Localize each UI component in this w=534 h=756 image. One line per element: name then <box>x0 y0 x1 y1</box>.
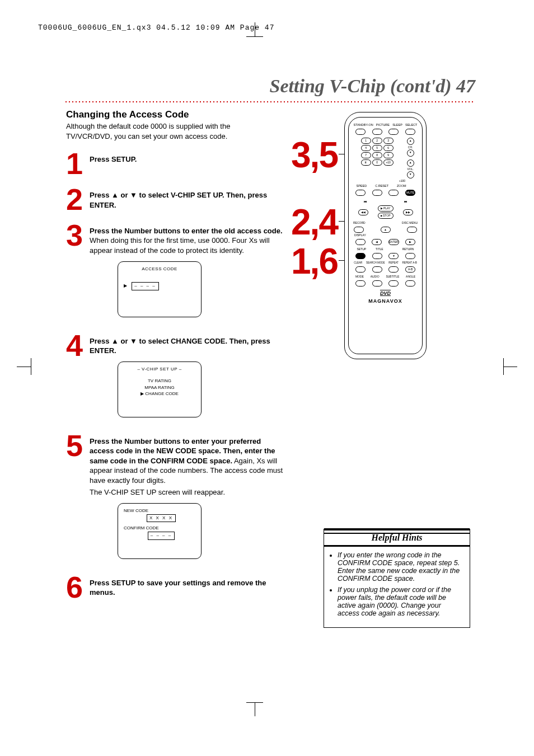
remote-label: CLEAR <box>354 261 362 264</box>
remote-label: DISPLAY <box>349 233 422 237</box>
num-4[interactable]: 4 <box>361 145 371 151</box>
remote-label: RETURN <box>402 247 414 251</box>
remote-control: STANDBY-ON PICTURE SLEEP SELECT 123 456 … <box>344 112 427 359</box>
nav-down[interactable]: ▼ <box>388 253 399 259</box>
sleep-button[interactable] <box>388 129 399 135</box>
remote-label: AUDIO <box>371 275 380 278</box>
picture-button[interactable] <box>372 129 382 135</box>
step-text-extra: The V-CHIP SET UP screen will reappear. <box>90 487 285 497</box>
remote-label: SLEEP <box>392 123 402 126</box>
step-text: Press ▲ or ▼ to select CHANGE CODE. Then… <box>90 337 270 355</box>
osd-access-code: ACCESS CODE ▶ – – – – <box>118 261 202 317</box>
remote-label: REPEAT A-B <box>402 261 417 264</box>
skip-fwd-icon: ⏭ <box>404 200 407 203</box>
remote-label: TITLE <box>376 247 383 251</box>
mute-button[interactable]: MUTE <box>405 190 415 196</box>
remote-label: SUBTITLE <box>386 275 399 278</box>
step-text-bold: Press the Number buttons to enter the ol… <box>90 227 283 235</box>
crop-mark-top <box>246 22 263 50</box>
osd-input: – – – – <box>132 282 158 290</box>
num-0[interactable]: 0 <box>372 159 382 166</box>
page-title: Setting V-Chip (cont'd) 47 <box>270 76 475 97</box>
plus100-button[interactable]: ⏸ <box>361 159 371 166</box>
rewind-button[interactable]: ◀◀ <box>358 209 368 215</box>
step-text-rest: When doing this for the first time, use … <box>90 236 270 255</box>
num-7[interactable]: 7 <box>361 152 371 158</box>
osd-input: – – – – <box>148 532 175 540</box>
repeat-ab-button[interactable]: A-B <box>405 266 415 273</box>
zoom-button[interactable] <box>388 190 399 196</box>
mode-button[interactable] <box>355 280 366 287</box>
dvd-logo: DVD <box>349 290 422 296</box>
step-number: 4 <box>66 333 90 359</box>
remote-label: ANGLE <box>406 275 415 278</box>
remote-label: STANDBY-ON <box>354 123 373 126</box>
clear-button[interactable] <box>355 266 366 273</box>
step-text: Press SETUP to save your settings and re… <box>90 579 266 597</box>
remote-label: RECORD <box>353 221 366 224</box>
standby-button[interactable] <box>355 129 366 135</box>
nav-left[interactable]: ◀ <box>372 239 382 245</box>
osd-line: TV RATING <box>124 378 195 384</box>
stop-button[interactable]: ■ STOP <box>378 213 394 219</box>
remote-label: PICTURE <box>376 123 390 126</box>
num-5[interactable]: 5 <box>372 145 382 151</box>
plus10-button[interactable]: +10 <box>383 159 394 166</box>
vol-down[interactable]: ▼ <box>407 171 414 179</box>
num-9[interactable]: 9 <box>383 152 394 158</box>
osd-label: CONFIRM CODE <box>124 525 195 532</box>
hints-title: Helpful Hints <box>324 530 470 546</box>
remote-label: MODE <box>355 275 364 278</box>
step-number: 1 <box>66 151 90 177</box>
num-1[interactable]: 1 <box>361 138 371 144</box>
step-number: 3 <box>66 223 90 248</box>
osd-new-code: NEW CODE X X X X CONFIRM CODE – – – – <box>118 503 202 559</box>
ch-down[interactable]: ▼ <box>407 149 414 157</box>
remote-label: ZOOM <box>397 184 406 187</box>
ffwd-button[interactable]: ▶▶ <box>403 209 413 215</box>
disc-menu-button[interactable] <box>407 227 417 233</box>
subtitle-button[interactable] <box>388 280 399 287</box>
repeat-button[interactable] <box>388 266 399 273</box>
select-button[interactable] <box>405 129 415 135</box>
remote-label: +100 <box>349 179 422 182</box>
callout-3-5: 3,5 <box>291 134 338 176</box>
vol-up[interactable]: ▲ <box>407 159 414 167</box>
remote-label: C.RESET <box>375 184 388 187</box>
crop-mark-left <box>17 358 45 375</box>
osd-title: – V-CHIP SET UP – <box>124 367 195 373</box>
play-button[interactable]: ▶ PLAY <box>378 205 394 212</box>
num-8[interactable]: 8 <box>372 152 382 158</box>
step-number: 5 <box>66 433 90 459</box>
ch-up[interactable]: ▲ <box>407 138 414 145</box>
num-6[interactable]: 6 <box>383 145 394 151</box>
angle-button[interactable] <box>405 280 415 287</box>
creset-button[interactable] <box>372 190 382 196</box>
remote-label: SPEED <box>357 184 367 187</box>
search-mode-button[interactable] <box>372 266 382 273</box>
audio-button[interactable] <box>372 280 382 287</box>
nav-right[interactable]: ▶ <box>405 239 415 245</box>
step-text: Press ▲ or ▼ to select V-CHIP SET UP. Th… <box>90 191 267 209</box>
enter-button[interactable]: ENTER <box>388 239 399 245</box>
osd-input: X X X X <box>147 514 176 523</box>
return-button[interactable] <box>405 253 415 259</box>
intro-text: Although the default code 0000 is suppli… <box>66 121 256 141</box>
nav-up[interactable]: ▲ <box>381 227 391 233</box>
remote-label: SELECT <box>405 123 417 126</box>
osd-line: ▶ CHANGE CODE <box>124 391 195 397</box>
skip-back-icon: ⏮ <box>364 200 367 203</box>
title-button[interactable] <box>372 253 382 259</box>
brand-logo: MAGNAVOX <box>349 298 422 304</box>
hint-item: If you enter the wrong code in the CONFI… <box>338 551 464 583</box>
osd-title: ACCESS CODE <box>124 266 195 273</box>
num-3[interactable]: 3 <box>383 138 394 144</box>
display-button[interactable] <box>355 239 366 245</box>
osd-line: MPAA RATING <box>124 384 195 391</box>
setup-button[interactable] <box>355 253 366 259</box>
speed-button[interactable] <box>355 190 366 196</box>
callout-1-6: 1,6 <box>291 241 338 282</box>
record-button[interactable] <box>354 227 364 233</box>
remote-label: VOL. <box>402 167 419 171</box>
num-2[interactable]: 2 <box>372 138 382 144</box>
